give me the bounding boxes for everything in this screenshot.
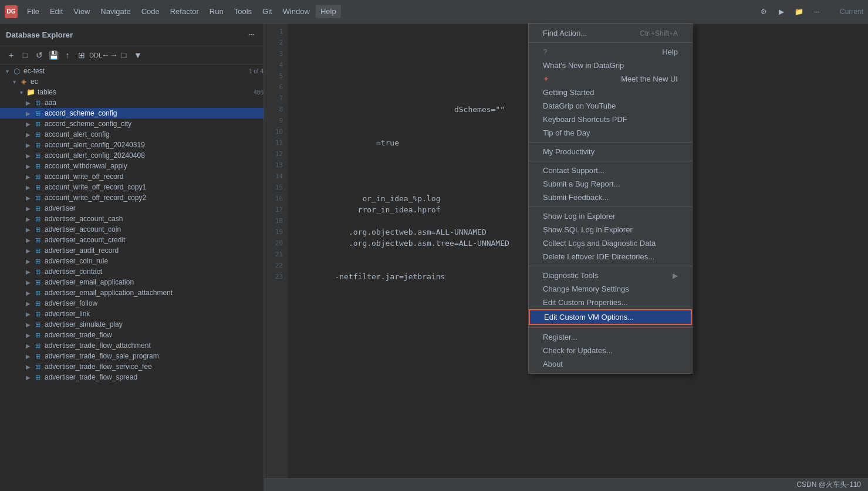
tree-arrow[interactable]: ▶ <box>23 205 33 212</box>
tree-arrow[interactable]: ▶ <box>23 163 33 170</box>
menu-item-collect-logs[interactable]: Collect Logs and Diagnostic Data <box>529 236 692 250</box>
tree-arrow[interactable]: ▶ <box>23 195 33 201</box>
tree-item[interactable]: ▾ 📁 tables 486 <box>0 87 264 97</box>
tree-arrow[interactable]: ▶ <box>23 248 33 254</box>
menu-refactor[interactable]: Refactor <box>166 5 204 18</box>
tree-item[interactable]: ▶ ⊞ advertiser <box>0 203 264 214</box>
tree-arrow[interactable]: ▶ <box>23 100 33 106</box>
menu-item-show-sql-log[interactable]: Show SQL Log in Explorer <box>529 223 692 236</box>
tree-item[interactable]: ▶ ⊞ advertiser_trade_flow <box>0 330 264 340</box>
menu-item-about[interactable]: About <box>529 357 692 371</box>
tree-item[interactable]: ▶ ⊞ advertiser_email_application_attachm… <box>0 287 264 298</box>
tree-item[interactable]: ▶ ⊞ account_write_off_record_copy1 <box>0 182 264 192</box>
menu-item-change-memory[interactable]: Change Memory Settings <box>529 282 692 296</box>
tree-arrow[interactable]: ▶ <box>23 174 33 180</box>
menu-view[interactable]: View <box>69 5 94 18</box>
menu-item-diagnostic-tools[interactable]: Diagnostic Tools▶ <box>529 269 692 282</box>
tree-arrow[interactable]: ▶ <box>23 353 33 360</box>
tree-arrow[interactable]: ▾ <box>9 79 19 85</box>
menu-item-submit-feedback[interactable]: Submit Feedback... <box>529 191 692 204</box>
grid-button[interactable]: ⊞ <box>75 49 88 62</box>
jump-button[interactable]: ←→ <box>103 49 116 62</box>
tree-item[interactable]: ▶ ⊞ advertiser_email_application <box>0 277 264 287</box>
menu-file[interactable]: File <box>22 5 44 18</box>
refresh-button[interactable]: ↺ <box>33 49 46 62</box>
tree-item[interactable]: ▶ ⊞ advertiser_account_cash <box>0 214 264 224</box>
menu-item-contact-support[interactable]: Contact Support... <box>529 164 692 177</box>
tree-item[interactable]: ▶ ⊞ advertiser_trade_flow_service_fee <box>0 361 264 372</box>
tree-item[interactable]: ▶ ⊞ accord_scheme_config <box>0 108 264 118</box>
tree-arrow[interactable]: ▶ <box>23 321 33 328</box>
menu-navigate[interactable]: Navigate <box>96 5 135 18</box>
tree-arrow[interactable]: ▶ <box>23 374 33 381</box>
tree-item[interactable]: ▶ ⊞ accord_scheme_config_city <box>0 118 264 129</box>
folder-icon[interactable]: 📁 <box>793 5 806 18</box>
tree-item[interactable]: ▶ ⊞ account_withdrawal_apply <box>0 161 264 171</box>
tree-item[interactable]: ▶ ⊞ advertiser_follow <box>0 298 264 309</box>
menu-item-tip-of-day[interactable]: Tip of the Day <box>529 126 692 140</box>
tree-item[interactable]: ▶ ⊞ advertiser_trade_flow_sale_program <box>0 351 264 361</box>
menu-item-help[interactable]: ?Help <box>529 45 692 59</box>
tree-arrow[interactable]: ▶ <box>23 269 33 275</box>
tree-item[interactable]: ▶ ⊞ account_alert_config_20240319 <box>0 140 264 150</box>
menu-item-meet-new-ui[interactable]: ✦Meet the New UI <box>529 72 692 86</box>
menu-item-keyboard-shortcuts[interactable]: Keyboard Shortcuts PDF <box>529 113 692 126</box>
menu-help[interactable]: Help <box>316 5 341 18</box>
more-icon[interactable]: ··· <box>810 5 823 18</box>
tree-arrow[interactable]: ▾ <box>16 89 26 96</box>
tree-arrow[interactable]: ▶ <box>23 364 33 370</box>
tree-arrow[interactable]: ▶ <box>23 311 33 317</box>
tree-item[interactable]: ▶ ⊞ advertiser_trade_flow_attachment <box>0 340 264 351</box>
tree-item[interactable]: ▶ ⊞ advertiser_account_coin <box>0 224 264 235</box>
tree-item[interactable]: ▶ ⊞ advertiser_audit_record <box>0 245 264 256</box>
tree-arrow[interactable]: ▶ <box>23 153 33 159</box>
menu-window[interactable]: Window <box>278 5 315 18</box>
tree-item[interactable]: ▶ ⊞ aaa <box>0 97 264 108</box>
tree-arrow[interactable]: ▶ <box>23 184 33 191</box>
tree-item[interactable]: ▾ ⬡ ec-test 1 of 4 <box>0 66 264 76</box>
menu-code[interactable]: Code <box>137 5 164 18</box>
tree-arrow[interactable]: ▶ <box>23 258 33 265</box>
tree-arrow[interactable]: ▶ <box>23 343 33 349</box>
tree-arrow[interactable]: ▶ <box>23 142 33 148</box>
menu-item-edit-custom-vm[interactable]: Edit Custom VM Options... <box>529 309 692 325</box>
tree-arrow[interactable]: ▶ <box>23 110 33 117</box>
collapse-button[interactable]: □ <box>19 49 32 62</box>
filter-button[interactable]: ▼ <box>131 49 144 62</box>
tree-item[interactable]: ▶ ⊞ account_alert_config_20240408 <box>0 150 264 161</box>
menu-git[interactable]: Git <box>258 5 277 18</box>
sidebar-options-icon[interactable]: ··· <box>245 28 258 41</box>
tree-arrow[interactable]: ▶ <box>23 237 33 243</box>
tree-item[interactable]: ▶ ⊞ advertiser_contact <box>0 266 264 277</box>
tree-item[interactable]: ▶ ⊞ account_write_off_record_copy2 <box>0 192 264 203</box>
menu-item-getting-started[interactable]: Getting Started <box>529 86 692 99</box>
tree-arrow[interactable]: ▶ <box>23 300 33 307</box>
menu-tools[interactable]: Tools <box>229 5 256 18</box>
menu-item-register[interactable]: Register... <box>529 330 692 344</box>
tree-arrow[interactable]: ▶ <box>23 121 33 127</box>
menu-item-submit-bug[interactable]: Submit a Bug Report... <box>529 177 692 191</box>
menu-find-action[interactable]: Find Action...Ctrl+Shift+A <box>529 26 692 40</box>
tree-arrow[interactable]: ▶ <box>23 216 33 222</box>
menu-item-check-updates[interactable]: Check for Updates... <box>529 344 692 357</box>
tree-item[interactable]: ▶ ⊞ account_alert_config <box>0 129 264 140</box>
tree-item[interactable]: ▶ ⊞ advertiser_coin_rule <box>0 256 264 266</box>
tree-arrow[interactable]: ▾ <box>2 68 12 75</box>
tree-item[interactable]: ▶ ⊞ advertiser_link <box>0 309 264 319</box>
tree-item[interactable]: ▾ ◈ ec <box>0 76 264 87</box>
tree-item[interactable]: ▶ ⊞ advertiser_trade_flow_spread <box>0 372 264 382</box>
tree-arrow[interactable]: ▶ <box>23 131 33 138</box>
menu-item-whats-new[interactable]: What's New in DataGrip <box>529 59 692 72</box>
menu-item-my-productivity[interactable]: My Productivity <box>529 145 692 158</box>
database-icon[interactable]: ⚙ <box>758 5 771 18</box>
editor-button[interactable]: □ <box>117 49 130 62</box>
menu-item-delete-leftover[interactable]: Delete Leftover IDE Directories... <box>529 250 692 263</box>
tree-arrow[interactable]: ▶ <box>23 226 33 233</box>
menu-edit[interactable]: Edit <box>45 5 67 18</box>
ddl-button[interactable]: DDL <box>89 49 102 62</box>
save-button[interactable]: 💾 <box>47 49 60 62</box>
tree-arrow[interactable]: ▶ <box>23 279 33 286</box>
tree-item[interactable]: ▶ ⊞ advertiser_simulate_play <box>0 319 264 330</box>
tree-item[interactable]: ▶ ⊞ account_write_off_record <box>0 171 264 182</box>
tree-item[interactable]: ▶ ⊞ advertiser_account_credit <box>0 235 264 245</box>
